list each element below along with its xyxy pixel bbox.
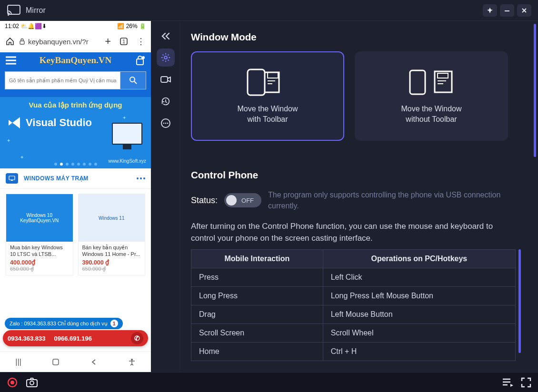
collapse-rail-button[interactable]: [157, 28, 174, 45]
hamburger-icon[interactable]: [6, 56, 16, 65]
browser-menu-icon[interactable]: ⋮: [137, 36, 145, 47]
monitor-graphic: [112, 123, 142, 145]
wm-without-line1: Move the Window: [401, 104, 461, 114]
phone-statusbar: 11:02 ⛅🔔🟪⬇ 📶 26% 🔋: [0, 21, 151, 31]
new-tab-icon[interactable]: +: [105, 35, 111, 48]
cart-icon[interactable]: [135, 55, 145, 66]
wm-with-line2: with Toolbar: [237, 114, 298, 125]
category-more-icon[interactable]: [137, 177, 145, 179]
table-scrollbar[interactable]: [518, 249, 521, 353]
svg-point-7: [142, 56, 145, 59]
recent-apps-button[interactable]: |||: [15, 358, 21, 366]
url-display[interactable]: keybanquyen.vn/?r: [19, 38, 89, 46]
category-bar: WINDOWS MÁY TRẠM: [0, 168, 151, 189]
control-phone-heading: Control Phone: [191, 169, 533, 181]
site-header: KeyBanQuyen.VN: [0, 52, 151, 69]
svg-rect-6: [137, 59, 143, 65]
wm-without-line2: without Toolbar: [401, 114, 461, 125]
control-phone-switch[interactable]: OFF: [224, 193, 261, 207]
product-card[interactable]: Windows 10 KeyBanQuyen.VN Mua bán key Wi…: [6, 194, 73, 275]
svg-point-1: [8, 14, 9, 15]
gear-icon: [160, 52, 171, 63]
rail-item-record[interactable]: [157, 70, 175, 88]
th-mobile: Mobile Interaction: [191, 249, 323, 268]
window-mode-with-toolbar[interactable]: Move the Window with Toolbar: [191, 51, 344, 141]
svg-point-12: [131, 359, 133, 361]
rail-item-settings[interactable]: [157, 49, 175, 67]
category-label: WINDOWS MÁY TRẠM: [24, 175, 89, 182]
product-card[interactable]: Windows 11 Bán key bản quyền Windows 11 …: [78, 194, 146, 275]
svg-rect-23: [410, 70, 425, 94]
search-button[interactable]: [120, 71, 146, 89]
browser-toolbar: keybanquyen.vn/?r + 1 ⋮: [0, 31, 151, 52]
record-button[interactable]: [7, 377, 18, 388]
table-row: DragLeft Mouse Button: [191, 305, 516, 323]
rail-item-more[interactable]: [157, 114, 175, 132]
lock-icon: [19, 38, 25, 45]
product-thumb: Windows 11: [79, 194, 145, 242]
svg-point-16: [163, 123, 164, 124]
svg-point-31: [30, 381, 34, 385]
svg-rect-25: [438, 73, 448, 78]
svg-point-8: [130, 77, 135, 82]
content-scrollbar[interactable]: [534, 24, 536, 367]
home-button[interactable]: [52, 358, 60, 366]
more-icon: [160, 118, 171, 128]
window-mode-without-toolbar[interactable]: Move the Window without Toolbar: [355, 51, 508, 141]
svg-rect-11: [53, 359, 59, 365]
svg-rect-19: [248, 69, 265, 95]
home-icon[interactable]: [6, 37, 14, 46]
tabs-icon[interactable]: 1: [120, 37, 128, 46]
android-navbar: |||: [0, 351, 151, 372]
window-mode-heading: Window Mode: [191, 31, 533, 43]
screenshot-button[interactable]: [26, 377, 38, 388]
search-icon: [129, 76, 138, 85]
svg-rect-14: [161, 77, 168, 82]
table-row: Scroll ScreenScroll Wheel: [191, 323, 516, 342]
playlist-button[interactable]: [502, 377, 514, 388]
site-title: KeyBanQuyen.VN: [40, 55, 112, 66]
table-row: HomeCtrl + H: [191, 342, 516, 361]
banner-brand: Visual Studio: [26, 117, 92, 129]
phone-icon: ✆: [131, 332, 143, 344]
svg-point-29: [10, 381, 14, 384]
status-hint: The program only supports controlling th…: [268, 189, 506, 211]
switch-text: OFF: [241, 197, 254, 204]
accessibility-icon[interactable]: [128, 358, 136, 366]
back-button[interactable]: [90, 359, 97, 365]
rail-item-history[interactable]: [157, 92, 175, 110]
site-search: [0, 69, 151, 97]
minimize-button[interactable]: [500, 4, 514, 17]
window-without-toolbar-icon: [405, 68, 458, 97]
product-oldprice: 650.000 ₫: [79, 266, 145, 272]
svg-point-17: [165, 123, 166, 124]
wm-with-line1: Move the Window: [237, 104, 298, 114]
fullscreen-button[interactable]: [521, 377, 531, 388]
svg-point-13: [164, 56, 167, 59]
banner-url: www.KingSoft.xyz: [109, 158, 146, 164]
hotline-pill[interactable]: 0934.363.833 0966.691.196 ✆: [3, 330, 148, 346]
titlebar: Mirror: [0, 0, 538, 21]
svg-point-18: [167, 123, 168, 124]
search-input[interactable]: [5, 71, 120, 89]
cast-icon: [7, 4, 21, 17]
settings-rail: [151, 21, 180, 372]
product-price: 400.000₫: [6, 259, 73, 266]
hotline-a: 0934.363.833: [8, 335, 46, 342]
window-with-toolbar-icon: [246, 68, 289, 97]
product-grid: Windows 10 KeyBanQuyen.VN Mua bán key Wi…: [0, 189, 151, 280]
banner-tagline: Vua của lập trình ứng dụng: [0, 97, 151, 109]
pin-button[interactable]: [483, 4, 497, 17]
zalo-pill[interactable]: Zalo : 0934.363.833 Chỉ dùng cho dịch vụ…: [5, 318, 123, 329]
close-button[interactable]: [517, 4, 531, 17]
bottom-bar: [0, 372, 538, 392]
th-pc: Operations on PC/Hotkeys: [323, 249, 515, 268]
table-row: PressLeft Click: [191, 268, 516, 286]
product-title: Mua bán key Windows 10 LTSC và LTSB...: [6, 242, 73, 259]
zalo-text: Zalo : 0934.363.833 Chỉ dùng cho dịch vụ: [10, 321, 108, 327]
svg-rect-2: [505, 10, 509, 11]
carousel-dots[interactable]: [54, 163, 97, 166]
product-thumb: Windows 10 KeyBanQuyen.VN: [6, 194, 73, 242]
svg-rect-3: [20, 41, 24, 44]
history-icon: [160, 96, 171, 107]
